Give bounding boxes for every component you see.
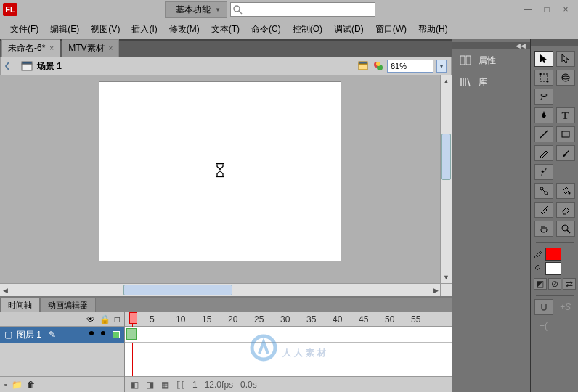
vertical-scrollbar[interactable]: ▲ ▼ xyxy=(440,75,452,283)
bone-tool[interactable] xyxy=(534,183,553,199)
snap-option-icon[interactable] xyxy=(534,299,553,315)
timeline-panel: 时间轴 动画编辑器 👁 🔒 □ ▢ 图层 1 ✎ xyxy=(0,296,452,392)
swap-colors-icon[interactable]: ⇄ xyxy=(563,278,576,290)
menu-modify[interactable]: 修改(M) xyxy=(165,22,204,37)
onion-outline-icon[interactable]: ◨ xyxy=(146,380,154,390)
doc-tab-title: 未命名-6* xyxy=(8,42,45,54)
svg-point-22 xyxy=(568,192,570,195)
scene-name: 场景 1 xyxy=(37,60,62,73)
frame-row[interactable] xyxy=(125,327,452,343)
lasso-tool[interactable] xyxy=(534,89,553,105)
menu-insert[interactable]: 插入(I) xyxy=(127,22,161,37)
zoom-tool[interactable] xyxy=(556,221,575,237)
outline-header-icon[interactable]: □ xyxy=(115,314,120,324)
doc-tab-active[interactable]: 未命名-6* × xyxy=(1,39,60,57)
stage-area[interactable]: ▲ ▼ ◀ ▶ xyxy=(0,75,452,296)
smooth-option-icon[interactable]: +S xyxy=(556,299,575,315)
layer-outline-swatch[interactable] xyxy=(113,331,120,338)
paint-bucket-tool[interactable] xyxy=(556,183,575,199)
menu-help[interactable]: 帮助(H) xyxy=(414,22,452,37)
keyframe[interactable] xyxy=(126,328,137,340)
eraser-tool[interactable] xyxy=(556,202,575,218)
close-icon[interactable]: × xyxy=(49,44,54,52)
pen-tool[interactable] xyxy=(534,107,553,123)
stroke-pencil-icon xyxy=(534,249,542,260)
no-color-icon[interactable]: ⊘ xyxy=(548,278,561,290)
menu-edit[interactable]: 编辑(E) xyxy=(46,22,84,37)
deco-tool[interactable] xyxy=(534,164,553,180)
menu-text[interactable]: 文本(T) xyxy=(207,22,244,37)
zoom-dropdown-button[interactable]: ▾ xyxy=(436,60,447,73)
free-transform-tool[interactable] xyxy=(534,70,553,86)
horizontal-scrollbar[interactable]: ◀ ▶ xyxy=(0,283,440,296)
3d-rotation-tool[interactable] xyxy=(556,70,575,86)
scroll-up-arrow-icon[interactable]: ▲ xyxy=(441,75,452,87)
menu-debug[interactable]: 调试(D) xyxy=(330,22,368,37)
tab-timeline[interactable]: 时间轴 xyxy=(0,298,40,312)
subselection-tool[interactable] xyxy=(556,51,575,67)
menu-view[interactable]: 视图(V) xyxy=(86,22,124,37)
workspace-selector[interactable]: 基本功能 ▼ xyxy=(165,1,227,18)
menu-control[interactable]: 控制(O) xyxy=(288,22,327,37)
straighten-option-icon[interactable]: +( xyxy=(534,318,553,334)
titlebar: FL 基本功能 ▼ — □ × xyxy=(0,0,578,19)
back-arrow-icon[interactable] xyxy=(5,60,17,72)
layer-lock-dot[interactable] xyxy=(101,331,105,335)
scrollbar-thumb[interactable] xyxy=(441,134,451,180)
zoom-input[interactable] xyxy=(387,60,434,73)
scroll-down-arrow-icon[interactable]: ▼ xyxy=(441,271,452,283)
brush-tool[interactable] xyxy=(556,145,575,161)
svg-point-8 xyxy=(376,62,380,66)
frames-area[interactable]: 1 5 10 15 20 25 30 35 40 45 50 55 xyxy=(125,312,452,392)
fill-color-swatch[interactable] xyxy=(545,262,561,275)
svg-point-18 xyxy=(541,171,543,173)
menu-window[interactable]: 窗口(W) xyxy=(371,22,411,37)
edit-scene-icon[interactable] xyxy=(358,60,370,72)
delete-layer-icon[interactable]: 🗑 xyxy=(27,380,36,390)
close-icon[interactable]: × xyxy=(109,44,113,52)
scroll-left-arrow-icon[interactable]: ◀ xyxy=(0,287,10,294)
menu-commands[interactable]: 命令(C) xyxy=(247,22,285,37)
close-button[interactable]: × xyxy=(561,4,571,15)
stroke-color-swatch[interactable] xyxy=(545,248,561,261)
panel-library[interactable]: 库 xyxy=(452,71,530,93)
layer-row[interactable]: ▢ 图层 1 ✎ xyxy=(0,327,124,343)
tools-grip[interactable] xyxy=(531,39,578,46)
layer-name: 图层 1 xyxy=(17,329,41,341)
lock-header-icon[interactable]: 🔒 xyxy=(99,314,110,324)
black-white-icon[interactable]: ◩ xyxy=(534,278,547,290)
hand-tool[interactable] xyxy=(534,221,553,237)
search-box[interactable] xyxy=(230,2,375,17)
selection-tool[interactable] xyxy=(534,51,553,67)
eyedropper-tool[interactable] xyxy=(534,202,553,218)
new-folder-icon[interactable]: 📁 xyxy=(12,380,23,390)
svg-point-13 xyxy=(546,81,548,83)
text-tool[interactable]: T xyxy=(556,107,575,123)
search-input[interactable] xyxy=(245,4,372,12)
stage-canvas[interactable] xyxy=(99,81,341,261)
playhead[interactable] xyxy=(132,312,133,376)
visibility-header-icon[interactable]: 👁 xyxy=(86,314,95,324)
onion-markers-icon[interactable]: ⟦⟧ xyxy=(176,380,185,390)
doc-tab-title: MTV素材 xyxy=(68,42,104,54)
rectangle-tool[interactable] xyxy=(556,126,575,142)
scroll-right-arrow-icon[interactable]: ▶ xyxy=(434,287,439,294)
new-layer-icon[interactable]: ▫ xyxy=(4,380,7,390)
minimize-button[interactable]: — xyxy=(523,4,533,15)
edit-multi-icon[interactable]: ▦ xyxy=(161,380,169,390)
menu-file[interactable]: 文件(F) xyxy=(6,22,43,37)
layer-visible-dot[interactable] xyxy=(89,331,94,335)
doc-tab[interactable]: MTV素材 × xyxy=(62,39,119,57)
frame-ruler[interactable]: 1 5 10 15 20 25 30 35 40 45 50 55 xyxy=(125,312,452,327)
svg-rect-2 xyxy=(22,64,32,70)
onion-skin-icon[interactable]: ◧ xyxy=(131,380,139,390)
maximize-button[interactable]: □ xyxy=(542,4,552,15)
scrollbar-thumb[interactable] xyxy=(123,285,232,295)
edit-symbols-icon[interactable] xyxy=(373,60,384,72)
tab-motion-editor[interactable]: 动画编辑器 xyxy=(40,298,96,312)
panel-properties[interactable]: 属性 xyxy=(452,49,530,71)
time-display: 0.0s xyxy=(240,380,257,390)
line-tool[interactable] xyxy=(534,126,553,142)
pencil-tool[interactable] xyxy=(534,145,553,161)
panel-expand-icon[interactable]: ◀◀ xyxy=(452,42,530,49)
